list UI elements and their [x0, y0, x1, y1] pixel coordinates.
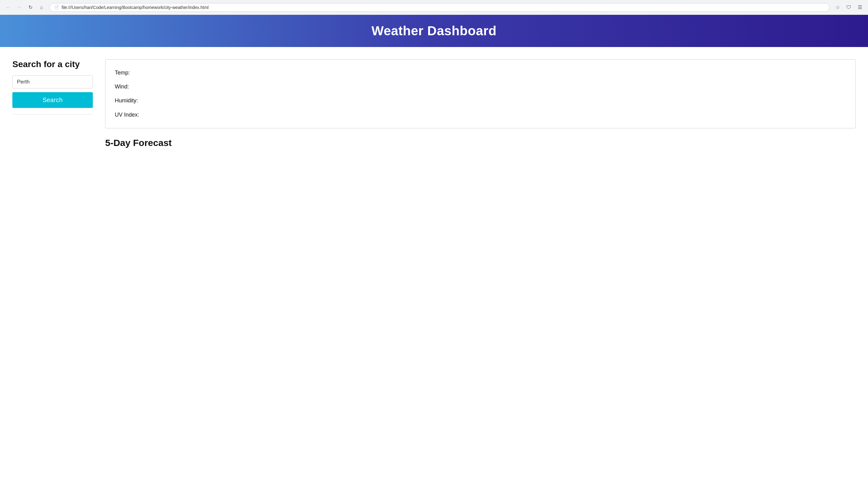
- browser-actions: ☆ 🛡 ☰: [833, 3, 864, 12]
- forecast-heading: 5-Day Forecast: [105, 137, 855, 148]
- humidity-stat: Humidity:: [115, 97, 846, 105]
- wind-stat: Wind:: [115, 83, 846, 91]
- temp-label: Temp:: [115, 70, 130, 76]
- sidebar: Search for a city Search: [13, 59, 93, 114]
- uv-index-stat: UV Index:: [115, 111, 846, 119]
- forward-button[interactable]: →: [15, 3, 23, 12]
- humidity-label: Humidity:: [115, 98, 138, 104]
- search-button[interactable]: Search: [13, 92, 93, 108]
- uv-index-label: UV Index:: [115, 112, 139, 118]
- app-title: Weather Dashboard: [6, 23, 862, 38]
- app-header: Weather Dashboard: [0, 15, 868, 47]
- back-button[interactable]: ←: [4, 3, 13, 12]
- reload-button[interactable]: ↻: [26, 3, 35, 12]
- address-bar[interactable]: 📄 file:///Users/hari/Code/Learning/Bootc…: [49, 3, 830, 12]
- menu-button[interactable]: ☰: [855, 3, 864, 12]
- right-content: Temp: Wind: Humidity: UV Index: 5-Day Fo…: [105, 59, 855, 148]
- temp-stat: Temp:: [115, 69, 846, 77]
- wind-label: Wind:: [115, 84, 129, 90]
- weather-card: Temp: Wind: Humidity: UV Index:: [105, 59, 855, 128]
- home-button[interactable]: ⌂: [37, 3, 46, 12]
- shield-button[interactable]: 🛡: [845, 3, 853, 12]
- bookmark-button[interactable]: ☆: [833, 3, 842, 12]
- city-input[interactable]: [13, 76, 93, 88]
- main-content: Search for a city Search Temp: Wind: Hum…: [0, 47, 868, 160]
- search-heading: Search for a city: [13, 59, 93, 69]
- browser-chrome: ← → ↻ ⌂ 📄 file:///Users/hari/Code/Learni…: [0, 0, 868, 15]
- url-text: file:///Users/hari/Code/Learning/Bootcam…: [62, 5, 209, 10]
- sidebar-divider: [13, 114, 93, 114]
- document-icon: 📄: [54, 5, 59, 9]
- browser-nav-buttons: ← → ↻ ⌂: [4, 3, 46, 12]
